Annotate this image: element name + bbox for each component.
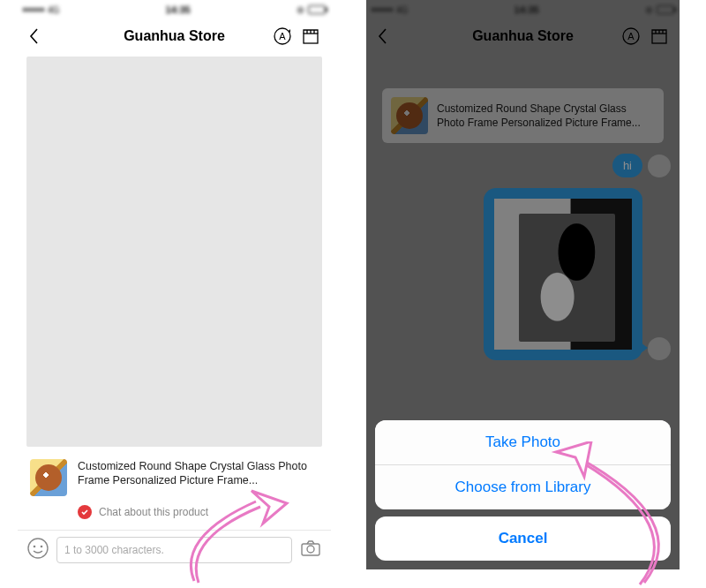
- back-button[interactable]: [28, 27, 41, 45]
- take-photo-button[interactable]: Take Photo: [375, 420, 671, 464]
- product-title: Customized Round Shape Crystal Glass Pho…: [78, 459, 319, 487]
- page-title: Guanhua Store: [124, 28, 225, 44]
- action-sheet: Take Photo Choose from Library Cancel: [375, 420, 671, 561]
- svg-point-7: [307, 546, 314, 553]
- svg-text:A: A: [279, 31, 286, 41]
- status-time: 14:35: [166, 4, 191, 15]
- message-input-bar: 1 to 3000 characters.: [18, 530, 331, 569]
- phone-screen-left: 4G 14:35 ⚙ Guanhua Store A: [18, 0, 331, 569]
- svg-point-4: [34, 546, 36, 548]
- product-thumbnail: [30, 459, 67, 496]
- message-input[interactable]: 1 to 3000 characters.: [56, 537, 292, 563]
- store-icon[interactable]: [301, 26, 320, 46]
- product-preview[interactable]: Customized Round Shape Crystal Glass Pho…: [18, 452, 331, 500]
- svg-point-5: [41, 546, 43, 548]
- emoji-icon[interactable]: [26, 537, 49, 563]
- svg-point-3: [28, 539, 48, 558]
- chat-about-row[interactable]: Chat about this product: [18, 500, 331, 530]
- chat-about-label: Chat about this product: [99, 506, 208, 518]
- nav-bar: Guanhua Store A: [18, 19, 331, 53]
- camera-icon[interactable]: [299, 537, 322, 563]
- phone-screen-right: 4G 14:35 ⚙ Guanhua Store A: [366, 0, 680, 569]
- check-icon: [78, 505, 92, 519]
- empty-chat-area: [26, 57, 322, 447]
- svg-rect-2: [304, 34, 318, 43]
- refresh-a-icon[interactable]: A: [273, 26, 292, 46]
- cancel-button[interactable]: Cancel: [375, 516, 671, 561]
- status-bar: 4G 14:35 ⚙: [18, 0, 331, 19]
- message-placeholder: 1 to 3000 characters.: [64, 544, 164, 556]
- choose-from-library-button[interactable]: Choose from Library: [375, 464, 671, 509]
